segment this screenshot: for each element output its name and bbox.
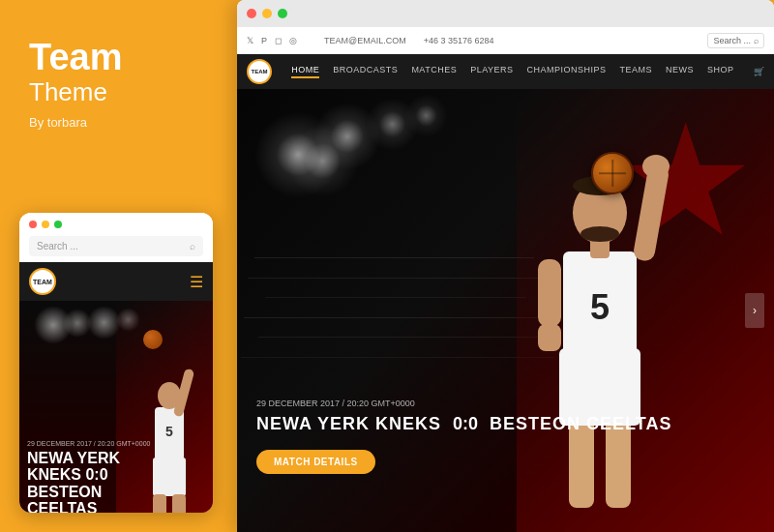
hero-date: 29 DECEMBER 2017 / 20:20 GMT+0000 bbox=[256, 399, 671, 408]
nav-item-broadcasts[interactable]: BROADCASTS bbox=[333, 65, 398, 78]
svg-rect-16 bbox=[538, 259, 561, 327]
desktop-top-bar: 𝕏 P ◻ ◎ TEAM@EMAIL.COM +46 3 35176 6284 … bbox=[237, 27, 774, 54]
search-icon: ⌕ bbox=[754, 36, 759, 45]
svg-point-15 bbox=[580, 226, 619, 242]
svg-rect-17 bbox=[538, 324, 561, 351]
desktop-dot-yellow bbox=[262, 9, 272, 18]
desktop-dot-red bbox=[247, 9, 256, 18]
motion-line-3 bbox=[265, 297, 527, 298]
desktop-basketball bbox=[591, 152, 634, 194]
hero-match-row: NEWA YERK KNEKS 0:0 BESTEON CEELTAS bbox=[256, 414, 671, 434]
mobile-dot-yellow bbox=[42, 221, 49, 228]
theme-title: Team Theme By torbara bbox=[29, 39, 208, 130]
desktop-logo: TEAM bbox=[247, 59, 272, 84]
hero-team2: BESTEON CEELTAS bbox=[490, 414, 671, 434]
light-3 bbox=[286, 125, 359, 197]
instagram-icon[interactable]: ◻ bbox=[275, 36, 282, 45]
nav-item-teams[interactable]: TEAMS bbox=[620, 65, 653, 78]
pinterest-icon[interactable]: P bbox=[261, 36, 267, 45]
cart-icon[interactable]: 🛒 bbox=[754, 67, 764, 76]
hero-team1: NEWA YERK KNEKS bbox=[256, 414, 441, 434]
desktop-dot-green bbox=[278, 9, 287, 18]
desktop-hero: ★ 5 bbox=[237, 89, 774, 532]
desktop-title-bar bbox=[237, 0, 774, 27]
mobile-date: 29 DECEMBER 2017 / 20:20 GMT+0000 bbox=[27, 440, 205, 447]
mobile-search-bar[interactable]: Search ... ⌕ bbox=[29, 236, 203, 256]
mobile-logo: TEAM bbox=[29, 268, 56, 295]
rss-icon[interactable]: ◎ bbox=[289, 36, 297, 45]
desktop-nav-right: 🛒 bbox=[754, 67, 764, 76]
desktop-search-placeholder: Search ... bbox=[713, 36, 751, 45]
mobile-hero-content: 29 DECEMBER 2017 / 20:20 GMT+0000 NEWA Y… bbox=[19, 434, 213, 513]
desktop-social-links: 𝕏 P ◻ ◎ TEAM@EMAIL.COM +46 3 35176 6284 bbox=[247, 36, 698, 45]
nav-item-matches[interactable]: MATCHES bbox=[411, 65, 457, 78]
nav-item-shop[interactable]: SHOP bbox=[707, 65, 734, 78]
nav-item-championships[interactable]: CHAMPIONSHIPS bbox=[527, 65, 607, 78]
desktop-nav-items: HOME BROADCASTS MATCHES PLAYERS CHAMPION… bbox=[287, 65, 738, 78]
email-label: TEAM@EMAIL.COM bbox=[324, 36, 406, 45]
mobile-mockup: Search ... ⌕ TEAM ☰ 5 bbox=[19, 213, 213, 513]
hero-content: 29 DECEMBER 2017 / 20:20 GMT+0000 NEWA Y… bbox=[256, 399, 671, 474]
hero-score: 0:0 bbox=[453, 414, 478, 434]
twitter-icon[interactable]: 𝕏 bbox=[247, 36, 253, 45]
motion-line-2 bbox=[248, 278, 545, 279]
mobile-dot-green bbox=[54, 221, 62, 228]
mobile-title-bar bbox=[19, 213, 213, 236]
mobile-dot-red bbox=[29, 221, 37, 228]
mobile-match-title: NEWA YERK KNEKS 0:0 BESTEON CEELTAS bbox=[27, 450, 205, 513]
nav-item-news[interactable]: NEWS bbox=[666, 65, 694, 78]
match-details-button[interactable]: MATCH DETAILS bbox=[256, 450, 375, 474]
mobile-nav: TEAM ☰ bbox=[19, 262, 213, 301]
svg-point-19 bbox=[642, 155, 670, 178]
mobile-hero: 5 29 DECEMBER 2017 / 20:20 GMT+0000 NEWA… bbox=[19, 301, 213, 513]
basketball-line-v bbox=[611, 160, 613, 187]
search-icon: ⌕ bbox=[190, 241, 195, 251]
desktop-search-box[interactable]: Search ... ⌕ bbox=[707, 33, 764, 48]
desktop-nav: TEAM HOME BROADCASTS MATCHES PLAYERS CHA… bbox=[237, 54, 774, 89]
phone-label: +46 3 35176 6284 bbox=[424, 36, 494, 45]
hamburger-icon[interactable]: ☰ bbox=[190, 273, 203, 291]
mobile-basketball bbox=[143, 330, 163, 349]
light-5 bbox=[404, 94, 448, 137]
motion-line-1 bbox=[254, 257, 534, 258]
desktop-search-area: Search ... ⌕ bbox=[707, 33, 764, 48]
motion-line-5 bbox=[258, 337, 545, 338]
svg-text:5: 5 bbox=[590, 287, 610, 327]
hero-next-arrow[interactable]: › bbox=[745, 293, 764, 328]
nav-item-home[interactable]: HOME bbox=[291, 65, 319, 78]
desktop-mockup: 𝕏 P ◻ ◎ TEAM@EMAIL.COM +46 3 35176 6284 … bbox=[237, 0, 774, 532]
mobile-search-placeholder: Search ... bbox=[37, 241, 185, 251]
nav-item-players[interactable]: PLAYERS bbox=[470, 65, 513, 78]
svg-rect-18 bbox=[632, 163, 670, 262]
